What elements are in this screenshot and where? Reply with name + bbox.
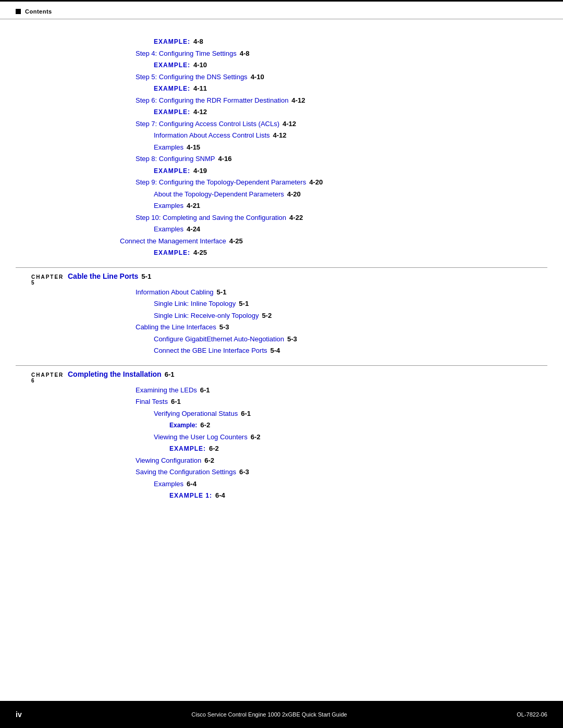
toc-entry: Examining the LEDs 6-1 [16, 385, 547, 396]
toc-text[interactable]: About the Topology-Dependent Parameters [154, 189, 284, 200]
toc-page: 6-1 [241, 409, 251, 419]
toc-page: 5-2 [262, 311, 272, 321]
toc-text[interactable]: Step 6: Configuring the RDR Formatter De… [136, 95, 288, 106]
toc-entry: Verifying Operational Status 6-1 [16, 409, 547, 419]
toc-text[interactable]: Examples [154, 142, 183, 153]
toc-entry: Final Tests 6-1 [16, 397, 547, 407]
toc-page: 5-4 [271, 346, 280, 356]
toc-text[interactable]: Example: [169, 421, 197, 430]
toc-text[interactable]: Examples [154, 224, 183, 235]
toc-text[interactable]: Single Link: Inline Topology [154, 299, 236, 309]
toc-entry: EXAMPLE: 4-25 [16, 248, 547, 258]
chapter6-label: CHAPTER 6 [16, 372, 68, 384]
toc-text[interactable]: EXAMPLE: [154, 37, 190, 46]
toc-page: 4-16 [218, 154, 231, 164]
toc-text[interactable]: Examples [154, 479, 183, 489]
toc-page: 4-11 [193, 83, 207, 94]
toc-page: 4-8 [240, 48, 250, 59]
chapter-rule [16, 267, 547, 268]
toc-page: 5-1 [239, 299, 249, 309]
toc-page: 6-2 [209, 443, 219, 454]
toc-text[interactable]: Final Tests [136, 397, 168, 407]
toc-text[interactable]: Verifying Operational Status [154, 409, 238, 419]
chapter6-entries: Examining the LEDs 6-1 Final Tests 6-1 V… [16, 385, 547, 501]
toc-entry: Cabling the Line Interfaces 5-3 [16, 322, 547, 332]
toc-entry: Step 10: Completing and Saving the Confi… [16, 213, 547, 223]
header-rule [0, 19, 563, 19]
toc-entry: Example: 6-2 [16, 420, 547, 430]
toc-page: 4-12 [273, 130, 287, 141]
chapter-rule [16, 365, 547, 366]
toc-page: 6-2 [204, 455, 214, 466]
toc-text[interactable]: EXAMPLE: [154, 166, 190, 176]
toc-page: 4-12 [291, 95, 305, 106]
toc-page: 6-2 [200, 420, 210, 430]
footer-title: Cisco Service Control Engine 1000 2xGBE … [191, 711, 347, 718]
toc-page: 4-15 [187, 142, 200, 153]
toc-page: 6-4 [187, 479, 197, 489]
toc-text[interactable]: EXAMPLE: [154, 60, 190, 70]
toc-text[interactable]: Examining the LEDs [136, 385, 197, 396]
toc-page: 4-12 [283, 119, 296, 129]
toc-entry: Examples 4-15 [16, 142, 547, 153]
toc-text[interactable]: EXAMPLE 1: [169, 491, 212, 500]
toc-entry: Step 6: Configuring the RDR Formatter De… [16, 95, 547, 106]
toc-page: 4-25 [193, 248, 207, 258]
toc-text[interactable]: Information About Access Control Lists [154, 130, 270, 141]
toc-text[interactable]: Viewing the User Log Counters [154, 432, 248, 442]
toc-entry: Viewing the User Log Counters 6-2 [16, 432, 547, 442]
toc-entry: EXAMPLE: 4-8 [16, 36, 547, 47]
toc-text[interactable]: EXAMPLE: [154, 248, 190, 257]
toc-entry: EXAMPLE: 4-10 [16, 60, 547, 70]
toc-page: 4-10 [251, 72, 264, 82]
toc-entry: Step 5: Configuring the DNS Settings 4-1… [16, 72, 547, 82]
toc-text[interactable]: Step 7: Configuring Access Control Lists… [136, 119, 279, 129]
toc-entry: Examples 4-21 [16, 201, 547, 211]
toc-page: 4-8 [193, 36, 203, 47]
toc-text[interactable]: Examples [154, 201, 183, 211]
toc-text[interactable]: Single Link: Receive-only Topology [154, 311, 259, 321]
chapter6-page: 6-1 [165, 371, 175, 378]
toc-entry: About the Topology-Dependent Parameters … [16, 189, 547, 200]
chapter5-entries: Information About Cabling 5-1 Single Lin… [16, 287, 547, 356]
toc-text[interactable]: Viewing Configuration [136, 455, 201, 466]
toc-page: 6-2 [251, 432, 261, 442]
toc-entry: Step 4: Configuring Time Settings 4-8 [16, 48, 547, 59]
toc-entry: Connect the GBE Line Interface Ports 5-4 [16, 346, 547, 356]
toc-text[interactable]: Configure GigabitEthernet Auto-Negotiati… [154, 334, 284, 344]
toc-text[interactable]: Step 8: Configuring SNMP [136, 154, 215, 164]
toc-text[interactable]: Step 9: Configuring the Topology-Depende… [136, 177, 306, 188]
toc-text[interactable]: EXAMPLE: [154, 107, 190, 117]
toc-text[interactable]: EXAMPLE: [154, 84, 190, 93]
toc-entry: Examples 4-24 [16, 224, 547, 235]
toc-text[interactable]: Step 4: Configuring Time Settings [136, 48, 237, 59]
toc-entry: Viewing Configuration 6-2 [16, 455, 547, 466]
toc-text[interactable]: Step 5: Configuring the DNS Settings [136, 72, 248, 82]
toc-text[interactable]: Connect the Management Interface [120, 236, 226, 246]
toc-page: 4-12 [193, 107, 207, 117]
toc-text[interactable]: Information About Cabling [136, 287, 214, 298]
toc-text[interactable]: EXAMPLE: [169, 444, 206, 453]
toc-content: EXAMPLE: 4-8 Step 4: Configuring Time Se… [0, 26, 563, 697]
chapter5-title[interactable]: Cable the Line Ports [68, 272, 138, 280]
chapter5-page: 5-1 [141, 273, 151, 280]
toc-text[interactable]: Saving the Configuration Settings [136, 467, 236, 477]
page-header: Contents [0, 4, 563, 19]
toc-page: 6-3 [239, 467, 249, 477]
chapter6-row: CHAPTER 6 Completing the Installation 6-… [16, 370, 547, 384]
toc-text[interactable]: Cabling the Line Interfaces [136, 322, 216, 332]
toc-entry: EXAMPLE: 4-12 [16, 107, 547, 117]
toc-text[interactable]: Step 10: Completing and Saving the Confi… [136, 213, 286, 223]
footer-page-num: iv [16, 710, 22, 719]
top-border [0, 0, 563, 2]
toc-entry: EXAMPLE: 6-2 [16, 443, 547, 454]
toc-entry: Examples 6-4 [16, 479, 547, 489]
toc-entry: Saving the Configuration Settings 6-3 [16, 467, 547, 477]
toc-entries-top: EXAMPLE: 4-8 Step 4: Configuring Time Se… [16, 36, 547, 258]
page-footer: iv Cisco Service Control Engine 1000 2xG… [0, 701, 563, 728]
toc-text[interactable]: Connect the GBE Line Interface Ports [154, 346, 267, 356]
chapter6-title[interactable]: Completing the Installation [68, 370, 162, 378]
toc-entry: EXAMPLE 1: 6-4 [16, 490, 547, 501]
toc-page: 5-3 [287, 334, 297, 344]
toc-page: 4-22 [289, 213, 303, 223]
